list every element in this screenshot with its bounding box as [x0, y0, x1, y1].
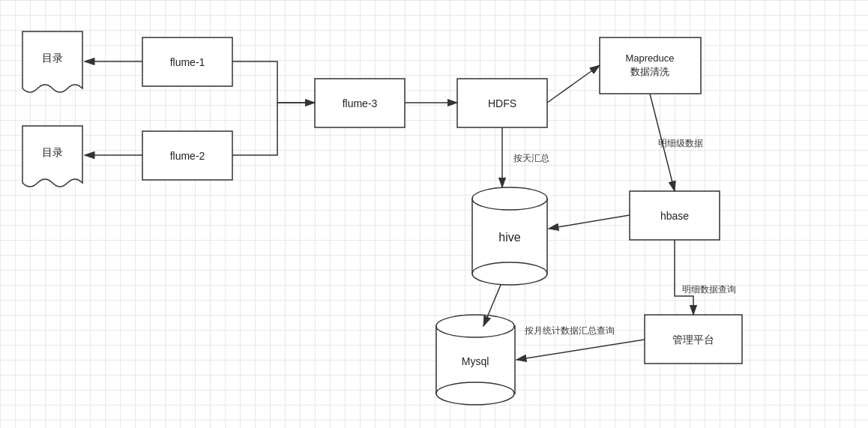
arrow-hive-mysql	[483, 285, 501, 326]
hive-top-ellipse	[472, 187, 547, 210]
hbase-box	[630, 191, 720, 240]
diagram-canvas: 目录 目录 flume-1 flume-2 flume-3 HDFS Mapre…	[0, 0, 868, 428]
hbase-label: hbase	[660, 210, 689, 222]
mapreduce-sublabel: 数据清洗	[630, 66, 669, 77]
hive-cylinder-body	[472, 199, 547, 274]
arrow-flume2-flume3	[232, 103, 315, 155]
mysql-label: Mysql	[462, 355, 489, 367]
mapreduce-label: Mapreduce	[625, 52, 674, 64]
mulu1-shape: 目录	[22, 31, 82, 92]
label-per-day: 按天汇总	[513, 153, 549, 163]
mgmt-box	[645, 315, 742, 364]
arrow-flume1-flume3	[232, 61, 315, 103]
diagram-svg: 目录 目录 flume-1 flume-2 flume-3 HDFS Mapre…	[0, 0, 868, 428]
hive-top-cover	[473, 188, 546, 209]
flume2-box	[142, 131, 232, 180]
mysql-top-cover	[437, 316, 513, 337]
mulu2-shape: 目录	[22, 126, 82, 187]
hdfs-box	[457, 79, 547, 127]
flume2-label: flume-2	[170, 150, 205, 162]
hive-bottom-ellipse	[472, 262, 547, 285]
hdfs-label: HDFS	[488, 97, 516, 109]
label-detail-query: 明细数据查询	[682, 284, 736, 295]
mulu2-label: 目录	[42, 146, 63, 158]
flume3-box	[315, 79, 405, 127]
hive-label: hive	[498, 231, 520, 244]
mulu1-label: 目录	[42, 52, 63, 64]
mysql-top-ellipse	[436, 315, 514, 337]
arrow-mapreduce-hbase	[650, 94, 675, 191]
mgmt-label: 管理平台	[672, 334, 714, 346]
flume1-label: flume-1	[170, 56, 205, 68]
mysql-cylinder-body	[436, 326, 515, 394]
label-detail-data: 明细级数据	[658, 138, 703, 148]
flume1-box	[142, 37, 232, 86]
flume3-label: flume-3	[343, 97, 378, 109]
arrow-hdfs-mapreduce	[547, 65, 600, 103]
mysql-bottom-ellipse	[436, 382, 514, 405]
mapreduce-box	[600, 37, 701, 94]
arrow-mgmt-mysql	[516, 340, 645, 360]
label-per-month: 按月统计数据汇总查询	[525, 325, 615, 336]
arrow-hbase-mgmt	[675, 240, 693, 315]
arrow-hbase-hive	[549, 215, 630, 229]
